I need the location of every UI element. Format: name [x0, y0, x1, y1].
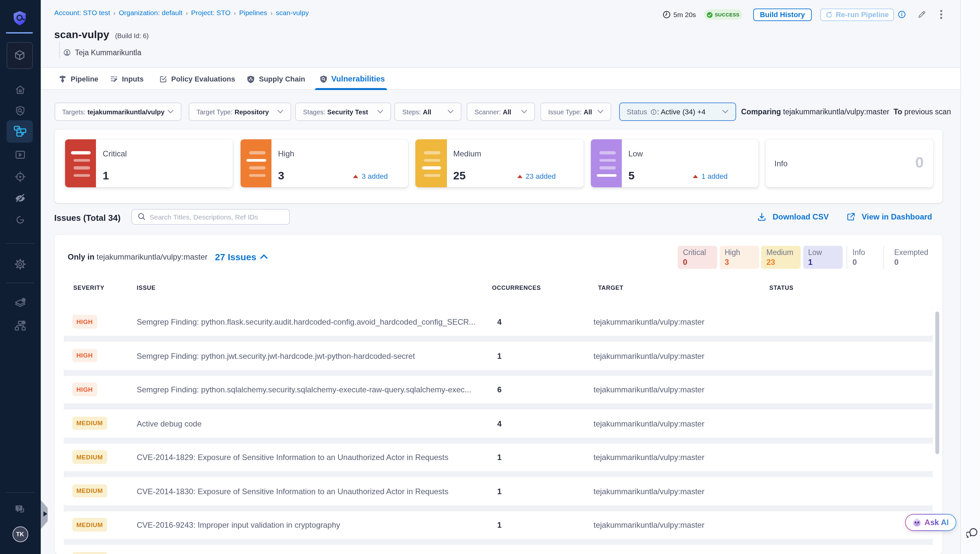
- svg-text:?: ?: [18, 505, 21, 511]
